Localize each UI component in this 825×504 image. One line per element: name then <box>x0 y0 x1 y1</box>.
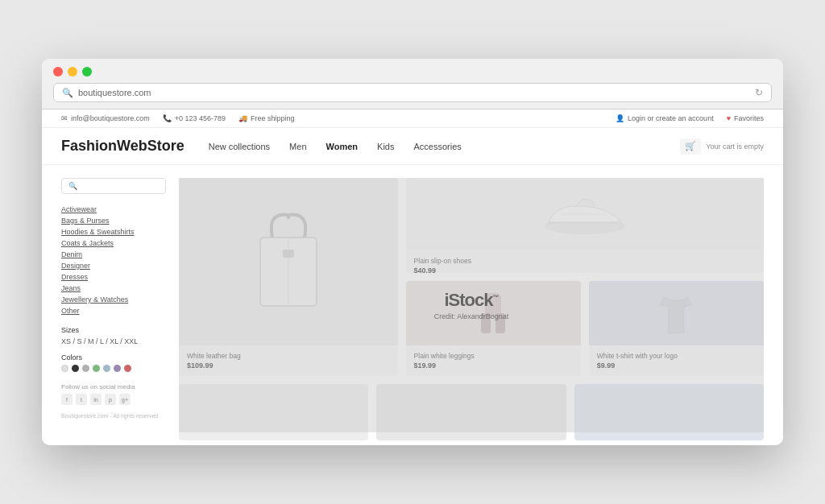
color-swatch-5[interactable] <box>103 365 110 372</box>
color-swatch-2[interactable] <box>72 365 79 372</box>
istock-logo: iStock™ <box>444 290 498 311</box>
cart-text: Your cart is empty <box>706 143 764 151</box>
instagram-icon[interactable]: in <box>90 394 102 405</box>
phone-info: 📞 +0 123 456-789 <box>163 114 226 122</box>
sizes-list[interactable]: XS / S / M / L / XL / XXL <box>61 337 166 345</box>
email-info: ✉ info@boutiquestore.com <box>61 114 150 122</box>
top-bar-left: ✉ info@boutiquestore.com 📞 +0 123 456-78… <box>61 114 295 122</box>
minimize-button[interactable] <box>68 67 77 76</box>
nav-accessories[interactable]: Accessories <box>413 142 461 151</box>
istock-credit: Credit: AlexandrBognat <box>434 312 509 320</box>
category-other[interactable]: Other <box>61 307 166 315</box>
top-bar: ✉ info@boutiquestore.com 📞 +0 123 456-78… <box>42 109 783 128</box>
social-label: Follow us on social media <box>61 383 166 390</box>
browser-chrome: 🔍 boutiquestore.com ↻ <box>42 59 783 109</box>
nav-men[interactable]: Men <box>289 142 306 151</box>
category-jewellery[interactable]: Jewellery & Watches <box>61 295 166 304</box>
site-content: ✉ info@boutiquestore.com 📞 +0 123 456-78… <box>42 109 783 445</box>
product-area: iStock™ Credit: AlexandrBognat <box>179 178 764 432</box>
search-magnifier-icon: 🔍 <box>68 182 77 190</box>
color-swatch-1[interactable] <box>61 365 68 372</box>
sidebar-footer: Boutiquestore.com - All rights reserved <box>61 413 166 419</box>
search-icon: 🔍 <box>62 88 73 98</box>
category-coats[interactable]: Coats & Jackets <box>61 239 166 247</box>
sidebar: 🔍 Activewear Bags & Purses Hoodies & Swe… <box>61 178 166 432</box>
pinterest-icon[interactable]: p <box>105 394 116 405</box>
site-logo[interactable]: FashionWebStore <box>61 138 184 155</box>
browser-window: 🔍 boutiquestore.com ↻ ✉ info@boutiquesto… <box>42 59 783 445</box>
email-icon: ✉ <box>61 114 68 122</box>
site-header: FashionWebStore New collections Men Wome… <box>42 128 783 165</box>
shipping-info: 🚚 Free shipping <box>238 114 295 122</box>
category-list: Activewear Bags & Purses Hoodies & Sweat… <box>61 205 166 315</box>
cart-icon: 🛒 <box>680 138 701 155</box>
maximize-button[interactable] <box>82 67 92 76</box>
sizes-label: Sizes <box>61 326 166 334</box>
twitter-icon[interactable]: t <box>76 394 87 405</box>
truck-icon: 🚚 <box>238 114 247 122</box>
close-button[interactable] <box>53 67 63 76</box>
color-swatch-4[interactable] <box>93 365 100 372</box>
top-bar-right: 👤 Login or create an account ♥ Favorites <box>616 114 764 122</box>
category-denim[interactable]: Denim <box>61 250 166 258</box>
color-swatch-6[interactable] <box>114 365 121 372</box>
color-swatch-7[interactable] <box>124 365 131 372</box>
category-activewear[interactable]: Activewear <box>61 205 166 213</box>
phone-icon: 📞 <box>163 114 172 122</box>
login-text: Login or create an account <box>628 114 714 122</box>
sidebar-search[interactable]: 🔍 <box>61 178 166 194</box>
phone-text: +0 123 456-789 <box>175 114 226 122</box>
browser-traffic-lights <box>53 67 772 76</box>
istock-overlay: iStock™ Credit: AlexandrBognat <box>179 178 764 432</box>
colors-label: Colors <box>61 353 166 361</box>
colors-list <box>61 365 166 372</box>
nav-new-collections[interactable]: New collections <box>209 142 270 151</box>
color-swatch-3[interactable] <box>82 365 89 372</box>
cart-area[interactable]: 🛒 Your cart is empty <box>680 138 764 155</box>
category-dresses[interactable]: Dresses <box>61 273 166 281</box>
category-designer[interactable]: Designer <box>61 262 166 270</box>
favorites-text: Favorites <box>734 114 764 122</box>
googleplus-icon[interactable]: g+ <box>119 394 131 405</box>
category-bags[interactable]: Bags & Purses <box>61 217 166 225</box>
facebook-icon[interactable]: f <box>61 394 73 405</box>
main-navigation: New collections Men Women Kids Accessori… <box>209 142 681 151</box>
heart-icon: ♥ <box>727 114 731 122</box>
main-layout: 🔍 Activewear Bags & Purses Hoodies & Swe… <box>42 165 783 445</box>
nav-kids[interactable]: Kids <box>377 142 394 151</box>
address-bar[interactable]: 🔍 boutiquestore.com ↻ <box>53 83 772 102</box>
user-icon: 👤 <box>616 114 624 122</box>
nav-women[interactable]: Women <box>326 142 359 151</box>
url-text: boutiquestore.com <box>78 88 755 97</box>
refresh-icon[interactable]: ↻ <box>755 87 763 98</box>
shipping-text: Free shipping <box>251 114 295 122</box>
category-jeans[interactable]: Jeans <box>61 284 166 292</box>
email-text: info@boutiquestore.com <box>71 114 150 122</box>
social-icons: f t in p g+ <box>61 394 166 405</box>
favorites-area[interactable]: ♥ Favorites <box>727 114 764 122</box>
category-hoodies[interactable]: Hoodies & Sweatshirts <box>61 228 166 236</box>
login-area[interactable]: 👤 Login or create an account <box>616 114 714 122</box>
